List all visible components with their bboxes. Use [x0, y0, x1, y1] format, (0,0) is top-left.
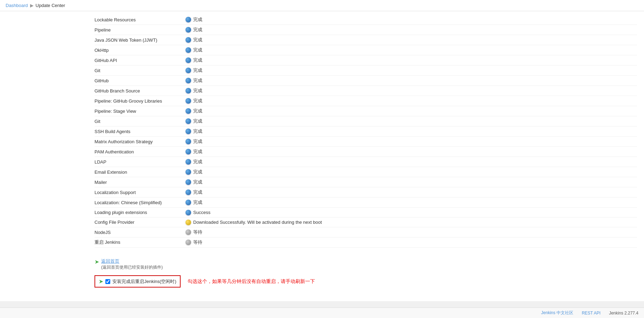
status-icon — [186, 159, 191, 165]
status-icon — [186, 200, 191, 205]
status-icon — [186, 27, 191, 33]
restart-box: ➤ 安装完成后重启Jenkins(空闲时) — [94, 275, 181, 288]
status-icon — [186, 149, 191, 154]
main-content: Lockable Resources完成Pipeline完成Java JSON … — [0, 11, 644, 301]
plugin-row: Java JSON Web Token (JJWT)完成 — [94, 35, 637, 45]
status-icon — [186, 37, 191, 43]
plugin-name: SSH Build Agents — [94, 129, 186, 134]
plugin-name: Matrix Authorization Strategy — [94, 139, 186, 144]
back-link-text-container: 返回首页 (返回首页使用已经安装好的插件) — [101, 258, 163, 270]
status-text: 完成 — [193, 47, 202, 53]
footer-version: Jenkins 2.277.4 — [609, 311, 638, 316]
plugin-status: 完成 — [186, 88, 202, 94]
status-icon — [186, 17, 191, 22]
plugin-row: GitHub API完成 — [94, 55, 637, 65]
plugin-row: Config File ProviderDownloaded Successfu… — [94, 217, 637, 227]
status-icon — [186, 169, 191, 175]
back-to-home-link[interactable]: 返回首页 — [101, 258, 163, 264]
status-icon — [186, 78, 191, 83]
plugin-name: Pipeline: GitHub Groovy Libraries — [94, 98, 186, 104]
status-text: 完成 — [193, 159, 202, 165]
plugin-row: Pipeline: Stage View完成 — [94, 106, 637, 116]
status-text: 完成 — [193, 77, 202, 84]
plugin-status: 完成 — [186, 199, 202, 206]
plugin-status: 完成 — [186, 67, 202, 74]
plugin-status: 完成 — [186, 108, 202, 114]
status-icon — [186, 88, 191, 94]
breadcrumb-current: Update Center — [36, 3, 65, 8]
plugin-status: 完成 — [186, 169, 202, 175]
plugin-status: 完成 — [186, 16, 202, 23]
plugin-row: 重启 Jenkins等待 — [94, 237, 637, 248]
plugin-status: 完成 — [186, 179, 202, 185]
restart-checkbox[interactable] — [105, 279, 110, 284]
plugin-status: 完成 — [186, 57, 202, 63]
restart-label: 安装完成后重启Jenkins(空闲时) — [112, 278, 176, 285]
plugin-status: 等待 — [186, 229, 202, 235]
plugin-status: Success — [186, 210, 210, 215]
plugin-status: 完成 — [186, 37, 202, 43]
plugin-name: Lockable Resources — [94, 17, 186, 22]
plugin-status: 完成 — [186, 138, 202, 145]
status-text: 完成 — [193, 118, 202, 124]
plugin-row: Localization: Chinese (Simplified)完成 — [94, 198, 637, 208]
status-icon — [186, 139, 191, 144]
footer-community-link[interactable]: Jenkins 中文社区 — [541, 310, 573, 316]
status-icon — [186, 108, 191, 114]
status-icon — [186, 57, 191, 63]
footer: Jenkins 中文社区 REST API Jenkins 2.277.4 — [0, 307, 644, 318]
plugin-name: Config File Provider — [94, 220, 186, 225]
plugin-status: 完成 — [186, 128, 202, 134]
plugin-name: NodeJS — [94, 230, 186, 235]
status-text: 完成 — [193, 98, 202, 104]
plugin-name: Pipeline: Stage View — [94, 109, 186, 114]
plugin-row: Git完成 — [94, 65, 637, 76]
plugin-name: OkHttp — [94, 48, 186, 53]
status-text: 完成 — [193, 199, 202, 206]
plugin-name: Git — [94, 119, 186, 124]
status-icon — [186, 229, 191, 235]
status-icon — [186, 189, 191, 195]
plugin-name: Localization Support — [94, 190, 186, 195]
plugin-row: GitHub Branch Source完成 — [94, 86, 637, 96]
plugin-name: Email Extension — [94, 170, 186, 175]
status-text: Success — [193, 210, 210, 215]
status-icon — [186, 210, 191, 215]
plugin-row: Pipeline完成 — [94, 25, 637, 35]
plugin-name: Pipeline — [94, 27, 186, 33]
status-icon — [186, 118, 191, 124]
status-text: 完成 — [193, 179, 202, 185]
plugin-name: Java JSON Web Token (JJWT) — [94, 37, 186, 43]
back-link: ➤ 返回首页 (返回首页使用已经安装好的插件) — [94, 258, 637, 270]
back-link-sub-text: (返回首页使用已经安装好的插件) — [101, 264, 163, 270]
status-icon — [186, 98, 191, 104]
restart-arrow-icon: ➤ — [99, 278, 103, 285]
plugin-row: SSH Build Agents完成 — [94, 126, 637, 137]
restart-hint: 勾选这个，如果等几分钟后没有自动重启，请手动刷新一下 — [188, 278, 315, 285]
status-icon — [186, 68, 191, 73]
status-text: 完成 — [193, 138, 202, 145]
status-text: 完成 — [193, 148, 202, 155]
plugin-row: LDAP完成 — [94, 157, 637, 167]
plugin-row: Git完成 — [94, 116, 637, 126]
breadcrumb-bar: Dashboard ▶ Update Center — [0, 0, 644, 11]
footer-rest-api-link[interactable]: REST API — [582, 311, 601, 316]
plugin-row: OkHttp完成 — [94, 45, 637, 55]
status-text: 完成 — [193, 37, 202, 43]
breadcrumb-dashboard[interactable]: Dashboard — [6, 3, 28, 8]
plugin-status: Downloaded Successfully. Will be activat… — [186, 220, 322, 225]
plugin-list: Lockable Resources完成Pipeline完成Java JSON … — [94, 15, 637, 248]
status-text: 完成 — [193, 27, 202, 33]
plugin-name: GitHub API — [94, 58, 186, 63]
status-text: Downloaded Successfully. Will be activat… — [193, 220, 322, 225]
actions-area: ➤ 返回首页 (返回首页使用已经安装好的插件) ➤ 安装完成后重启Jenkins… — [94, 258, 637, 288]
plugin-row: PAM Authentication完成 — [94, 147, 637, 157]
plugin-status: 完成 — [186, 189, 202, 195]
plugin-status: 完成 — [186, 118, 202, 124]
plugin-status: 完成 — [186, 159, 202, 165]
status-icon — [186, 129, 191, 134]
plugin-row: Localization Support完成 — [94, 187, 637, 198]
plugin-row: Pipeline: GitHub Groovy Libraries完成 — [94, 96, 637, 106]
status-icon — [186, 47, 191, 53]
status-text: 完成 — [193, 16, 202, 23]
